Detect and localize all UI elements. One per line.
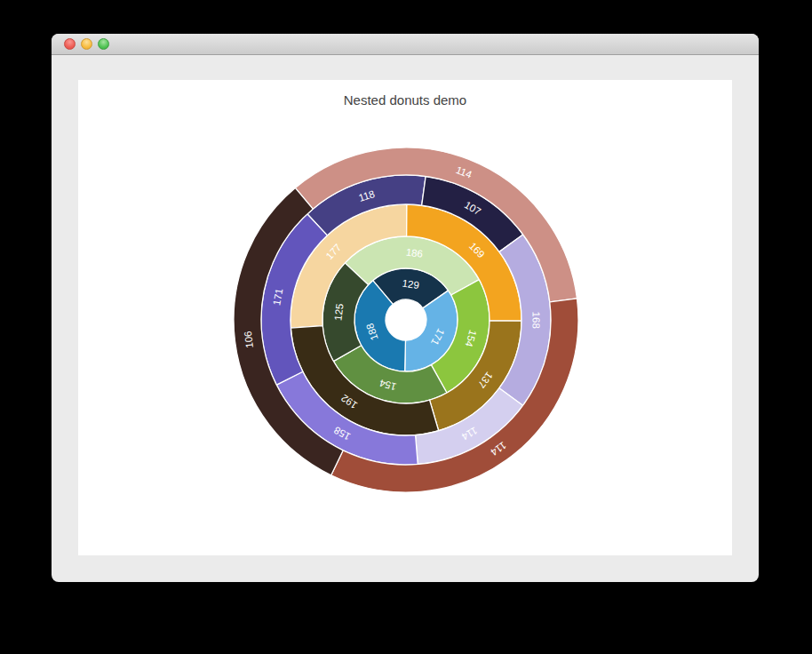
window-controls <box>64 38 109 50</box>
segment-label-ring-2-0: 186 <box>405 246 424 259</box>
app-window: Nested donuts demo 129171188186154154125… <box>52 34 759 582</box>
chart-panel: Nested donuts demo 129171188186154154125… <box>78 80 732 555</box>
close-button[interactable] <box>64 38 76 50</box>
segment-label-ring-4-2: 168 <box>530 312 541 329</box>
minimize-button[interactable] <box>81 38 92 50</box>
segment-label-ring-5-outermost-2: 106 <box>243 331 255 349</box>
window-titlebar[interactable] <box>52 34 759 55</box>
segment-label-ring-2-3: 125 <box>332 303 345 321</box>
nested-donut-chart: 1291711881861541541251771691371921181071… <box>211 124 601 515</box>
zoom-button[interactable] <box>98 38 109 50</box>
chart-title: Nested donuts demo <box>78 92 732 108</box>
segment-label-ring-1-innermost-0: 129 <box>402 278 420 291</box>
